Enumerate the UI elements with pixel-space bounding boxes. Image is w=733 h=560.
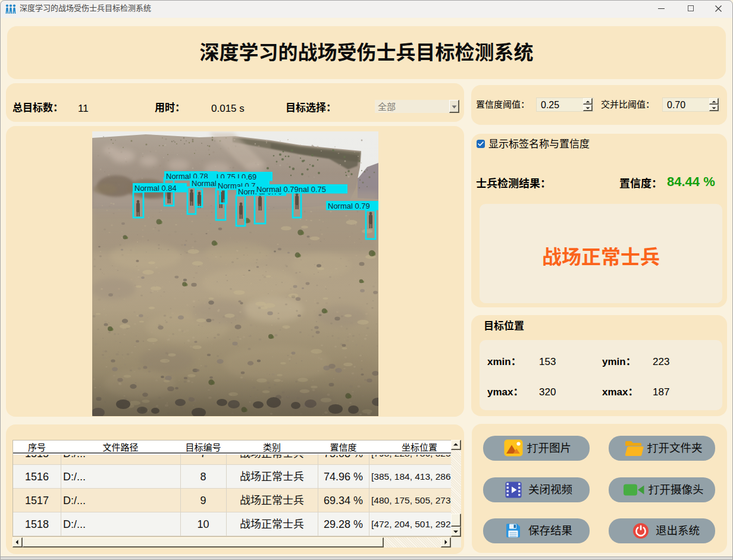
svg-text:Normal 0.79nal 0.75: Normal 0.79nal 0.75 xyxy=(256,185,326,194)
svg-text:Normal 0.79: Normal 0.79 xyxy=(328,202,370,210)
svg-text:Normal 0.84: Normal 0.84 xyxy=(134,184,177,193)
